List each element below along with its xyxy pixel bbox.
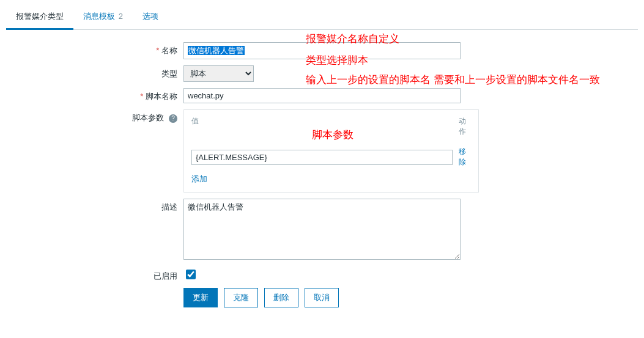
tabs-bar: 报警媒介类型 消息模板 2 选项 [6, 6, 638, 30]
script-name-input[interactable] [183, 88, 461, 103]
param-input-1[interactable] [191, 150, 453, 165]
params-col-value: 值 [191, 116, 459, 137]
type-select[interactable]: 脚本 [183, 65, 254, 82]
update-button[interactable]: 更新 [183, 288, 218, 307]
param-row: 移除 [191, 147, 471, 167]
script-params-box: 值 动作 移除 添加 [183, 109, 479, 193]
label-enabled: 已启用 [154, 271, 177, 281]
description-textarea[interactable]: 微信机器人告警 [183, 199, 461, 260]
label-description: 描述 [161, 202, 177, 211]
form-area: 名称 微信机器人告警 类型 脚本 脚本名称 [6, 30, 638, 326]
params-col-action: 动作 [459, 116, 471, 137]
clone-button[interactable]: 克隆 [224, 288, 258, 307]
cancel-button[interactable]: 取消 [305, 288, 339, 307]
param-remove-link[interactable]: 移除 [459, 147, 471, 167]
name-input[interactable]: 微信机器人告警 [183, 42, 461, 59]
tab-msg-template[interactable]: 消息模板 2 [73, 6, 133, 29]
param-add-link[interactable]: 添加 [191, 174, 207, 183]
label-type: 类型 [161, 69, 177, 78]
name-input-value: 微信机器人告警 [188, 46, 245, 55]
label-name: 名称 [156, 46, 177, 55]
help-icon[interactable]: ? [169, 114, 177, 123]
enabled-checkbox[interactable] [186, 270, 196, 279]
delete-button[interactable]: 删除 [264, 288, 298, 307]
tab-media-type[interactable]: 报警媒介类型 [6, 6, 73, 30]
label-script-name: 脚本名称 [140, 92, 177, 101]
tab-msg-template-label: 消息模板 [83, 12, 115, 21]
label-script-params: 脚本参数 [132, 113, 164, 122]
tab-msg-template-count: 2 [119, 12, 123, 21]
tab-options[interactable]: 选项 [133, 6, 168, 29]
